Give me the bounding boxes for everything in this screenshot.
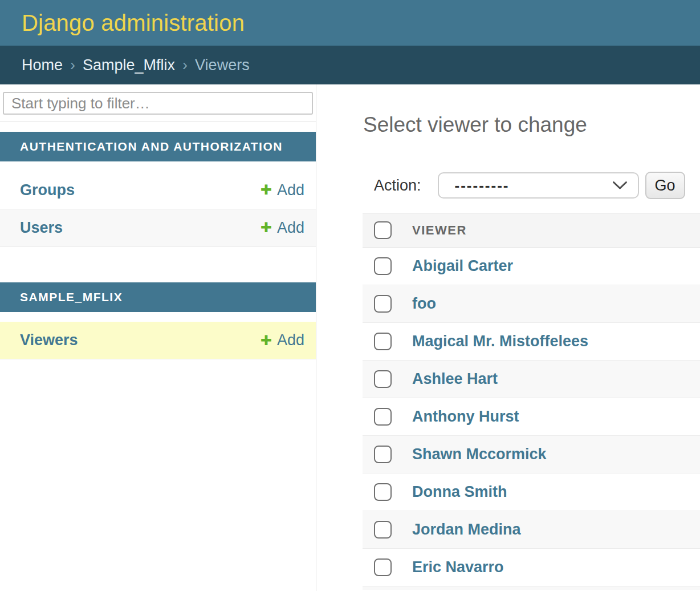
sidebar-module-auth: AUTHENTICATION AND AUTHORIZATION Groups … [0,132,316,246]
table-row: foo [363,285,700,323]
viewer-link[interactable]: Ashlee Hart [412,370,498,388]
add-users-link[interactable]: ✚ Add [261,219,304,237]
breadcrumb: Home › Sample_Mflix › Viewers [0,46,700,84]
add-label: Add [277,181,304,199]
sidebar-filter-input[interactable] [3,92,313,115]
content-layout: AUTHENTICATION AND AUTHORIZATION Groups … [0,84,700,591]
module-header-sample-mflix: SAMPLE_MFLIX [0,282,316,312]
plus-icon: ✚ [261,334,272,347]
table-row: Eric Navarro [363,549,700,586]
table-header-row: VIEWER [363,213,700,248]
viewer-link[interactable]: Anthony Hurst [412,408,519,426]
viewer-link[interactable]: Abigail Carter [412,257,513,275]
viewer-link[interactable]: Donna Smith [412,483,507,501]
action-select-value: --------- [455,177,510,195]
viewer-link[interactable]: Eric Navarro [412,558,504,576]
breadcrumb-home-link[interactable]: Home [22,56,63,74]
module-header-auth: AUTHENTICATION AND AUTHORIZATION [0,132,316,161]
table-row: Abigail Carter [363,248,700,285]
sidebar-item-users: Users ✚ Add [0,209,316,247]
go-button[interactable]: Go [645,172,685,199]
table-row: Jordan Medina [363,511,700,549]
breadcrumb-separator: › [182,56,188,74]
viewer-column-header: VIEWER [412,223,467,238]
main-content: Select viewer to change Action: --------… [316,84,700,591]
plus-icon: ✚ [261,221,272,234]
action-label: Action: [374,177,421,195]
table-row: Shawn Mccormick [363,436,700,473]
viewer-link[interactable]: Jordan Medina [412,521,521,539]
table-row: Ashlee Hart [363,361,700,398]
groups-link[interactable]: Groups [20,181,75,199]
sidebar-item-groups: Groups ✚ Add [0,172,316,209]
row-checkbox[interactable] [374,521,392,539]
row-checkbox[interactable] [374,333,392,350]
table-body: Abigail Carter foo Magical Mr. Mistoffel… [363,248,700,586]
table-row-clipped [363,586,700,590]
viewer-link[interactable]: foo [412,295,436,313]
nav-sidebar: AUTHENTICATION AND AUTHORIZATION Groups … [0,84,316,591]
row-checkbox[interactable] [374,483,392,501]
row-checkbox[interactable] [374,408,392,426]
viewers-link[interactable]: Viewers [20,331,78,349]
add-viewers-link[interactable]: ✚ Add [261,331,304,349]
users-link[interactable]: Users [20,219,63,237]
table-row: Anthony Hurst [363,398,700,436]
viewer-link[interactable]: Magical Mr. Mistoffelees [412,333,588,350]
row-checkbox[interactable] [374,370,392,388]
add-label: Add [277,219,304,237]
add-groups-link[interactable]: ✚ Add [261,181,304,199]
row-checkbox[interactable] [374,257,392,275]
row-checkbox[interactable] [374,446,392,463]
actions-bar: Action: --------- Go [363,172,700,199]
sidebar-filter [0,84,316,122]
table-row: Magical Mr. Mistoffelees [363,323,700,361]
row-checkbox[interactable] [374,295,392,313]
breadcrumb-current: Viewers [195,56,250,74]
sidebar-item-viewers: Viewers ✚ Add [0,322,316,359]
django-admin-page: Django administration Home › Sample_Mfli… [0,0,700,591]
breadcrumb-app-link[interactable]: Sample_Mflix [83,56,175,74]
sidebar-module-sample-mflix: SAMPLE_MFLIX Viewers ✚ Add [0,282,316,359]
plus-icon: ✚ [261,183,272,197]
select-all-checkbox[interactable] [374,221,392,239]
add-label: Add [277,331,304,349]
table-row: Donna Smith [363,473,700,511]
changelist-table: VIEWER Abigail Carter foo Magical Mr. Mi… [363,213,700,590]
action-select[interactable]: --------- [438,172,639,199]
site-title-link[interactable]: Django administration [22,10,245,36]
page-title: Select viewer to change [363,112,700,137]
row-checkbox[interactable] [374,558,392,576]
viewer-link[interactable]: Shawn Mccormick [412,446,547,463]
breadcrumb-separator: › [70,56,75,74]
chevron-down-icon [612,181,628,190]
app-header: Django administration [0,0,700,46]
